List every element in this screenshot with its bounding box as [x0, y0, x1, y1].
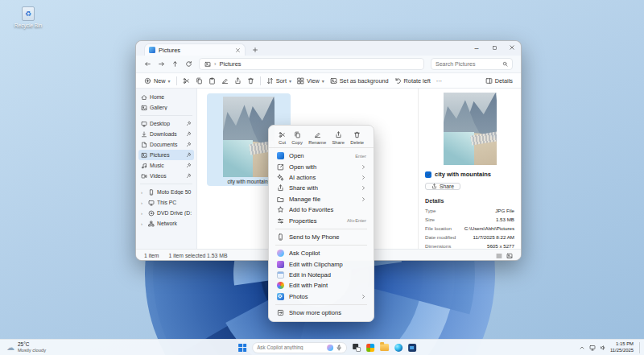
sidebar-item-downloads[interactable]: Downloads — [138, 129, 194, 139]
new-tab-button[interactable] — [252, 47, 258, 53]
pictures-tab-icon — [149, 47, 155, 53]
sort-button[interactable]: Sort▾ — [266, 77, 291, 85]
sidebar-item-label: Downloads — [150, 131, 184, 137]
sidebar-item-dvd-drive[interactable]: › DVD Drive (D:) C — [138, 208, 194, 218]
pin-icon — [186, 152, 192, 158]
sidebar-item-desktop[interactable]: Desktop — [138, 118, 194, 129]
sidebar-item-pictures[interactable]: Pictures — [138, 150, 194, 160]
sidebar-item-documents[interactable]: Documents — [138, 139, 194, 150]
taskbar-search-input[interactable] — [257, 345, 324, 350]
close-button[interactable] — [503, 41, 521, 56]
maximize-button[interactable] — [485, 41, 503, 56]
window-controls: – — [468, 41, 521, 56]
share-button[interactable] — [234, 77, 242, 85]
menu-item-share-with[interactable]: Share with — [269, 183, 374, 193]
edge-browser-icon[interactable] — [394, 344, 402, 352]
menu-item-ai-actions[interactable]: AI actions — [269, 172, 374, 183]
more-options-icon[interactable]: ⋯ — [436, 77, 442, 85]
start-button[interactable] — [238, 344, 246, 352]
sidebar-item-network[interactable]: › Network — [138, 218, 194, 229]
share-file-button[interactable]: Share — [425, 183, 460, 190]
search-input[interactable] — [436, 61, 502, 67]
forward-button[interactable] — [158, 60, 165, 68]
paste-button[interactable] — [208, 77, 216, 85]
breadcrumb[interactable]: › Pictures — [199, 58, 424, 70]
menu-item-edit-with-clipchamp[interactable]: Edit with Clipchamp — [269, 259, 374, 270]
expand-chevron-icon[interactable]: › — [141, 200, 146, 205]
new-button[interactable]: New▾ — [144, 77, 171, 85]
show-desktop-button[interactable] — [639, 342, 641, 353]
expand-chevron-icon[interactable]: › — [141, 190, 146, 195]
more-options-box-icon — [277, 309, 284, 316]
details-pane-toggle[interactable]: Details — [485, 77, 513, 85]
recycle-bin-desktop-icon[interactable]: ♻ Recycle Bin — [10, 6, 47, 28]
expand-chevron-icon[interactable]: › — [141, 221, 146, 226]
microsoft-store-icon[interactable] — [408, 344, 416, 352]
menu-item-properties[interactable]: Properties Alt+Enter — [269, 215, 374, 225]
menu-item-open-with[interactable]: Open with — [269, 161, 374, 171]
menu-item-photos[interactable]: Photos — [269, 291, 374, 302]
refresh-button[interactable] — [185, 60, 192, 68]
tab-pictures[interactable]: Pictures — [144, 43, 246, 56]
taskbar-search[interactable] — [252, 342, 347, 353]
quick-cut-button[interactable]: Cut — [279, 131, 286, 145]
sidebar-item-phone[interactable]: › Moto Edge 50 N — [138, 187, 194, 197]
toolbar-divider — [176, 76, 177, 85]
menu-item-add-to-favorites[interactable]: Add to Favorites — [269, 204, 374, 215]
quick-share-button[interactable]: Share — [332, 131, 344, 145]
sidebar-item-gallery[interactable]: Gallery — [138, 102, 194, 113]
location-icon — [204, 61, 211, 68]
back-button[interactable] — [144, 60, 151, 68]
network-tray-icon[interactable] — [589, 345, 596, 351]
clock-date: 11/25/2025 — [610, 348, 634, 353]
cut-icon — [279, 131, 286, 138]
tray-chevron-up-icon[interactable] — [579, 345, 585, 351]
navigation-bar: › Pictures — [136, 56, 521, 73]
menu-item-open[interactable]: Open Enter — [269, 151, 374, 161]
copy-icon — [294, 131, 301, 138]
speaker-icon[interactable] — [600, 345, 606, 351]
selected-checkbox-icon[interactable] — [425, 171, 431, 178]
menu-item-send-to-my-phone[interactable]: Send to My Phone — [269, 232, 374, 242]
rename-icon — [314, 131, 321, 138]
microphone-icon[interactable] — [336, 345, 342, 351]
menu-item-show-more-options[interactable]: Show more options — [269, 308, 374, 318]
up-button[interactable] — [171, 60, 179, 68]
sidebar-item-this-pc[interactable]: › This PC — [138, 197, 194, 208]
menu-item-ask-copilot[interactable]: Ask Copilot — [269, 248, 374, 258]
sidebar-item-label: Pictures — [150, 152, 184, 158]
star-icon — [277, 206, 284, 213]
quick-delete-button[interactable]: Delete — [350, 131, 364, 145]
recycle-bin-label: Recycle Bin — [14, 23, 42, 28]
sidebar-item-home[interactable]: Home — [138, 92, 194, 102]
menu-item-edit-with-paint[interactable]: Edit with Paint — [269, 280, 374, 291]
microsoft-app-icon[interactable] — [366, 344, 374, 352]
file-thumbnail-photo — [223, 97, 275, 177]
thumbnail-view-toggle-icon[interactable] — [506, 253, 513, 259]
sidebar-item-videos[interactable]: Videos — [138, 171, 194, 181]
search-box[interactable] — [431, 58, 513, 70]
weather-widget[interactable]: ☁ 25°C Mostly cloudy — [6, 341, 46, 353]
file-explorer-taskbar-icon[interactable] — [380, 344, 389, 351]
sidebar-item-music[interactable]: Music — [138, 160, 194, 171]
quick-copy-button[interactable]: Copy — [291, 131, 303, 145]
expand-chevron-icon[interactable]: › — [141, 211, 146, 216]
set-as-background-button[interactable]: Set as background — [330, 77, 389, 85]
menu-item-edit-in-notepad[interactable]: Edit in Notepad — [269, 270, 374, 280]
menu-item-manage-file[interactable]: Manage file — [269, 194, 374, 204]
minimize-button[interactable]: – — [468, 41, 485, 56]
task-view-button[interactable] — [353, 344, 361, 352]
delete-button[interactable] — [247, 77, 254, 85]
quick-rename-button[interactable]: Rename — [308, 131, 326, 145]
cut-button[interactable] — [183, 77, 190, 85]
rename-button[interactable] — [221, 77, 229, 85]
title-bar[interactable]: Pictures – — [136, 41, 521, 56]
tab-close-icon[interactable] — [235, 47, 241, 53]
rotate-left-button[interactable]: Rotate left — [394, 77, 431, 85]
list-view-toggle-icon[interactable] — [496, 253, 502, 259]
view-button[interactable]: View▾ — [297, 77, 324, 85]
sidebar-item-label: Desktop — [150, 121, 184, 126]
taskbar-clock[interactable]: 1:15 PM 11/25/2025 — [610, 341, 634, 353]
copy-button[interactable] — [196, 77, 203, 85]
details-pane: city with mountains Share Details Type J… — [418, 89, 521, 249]
